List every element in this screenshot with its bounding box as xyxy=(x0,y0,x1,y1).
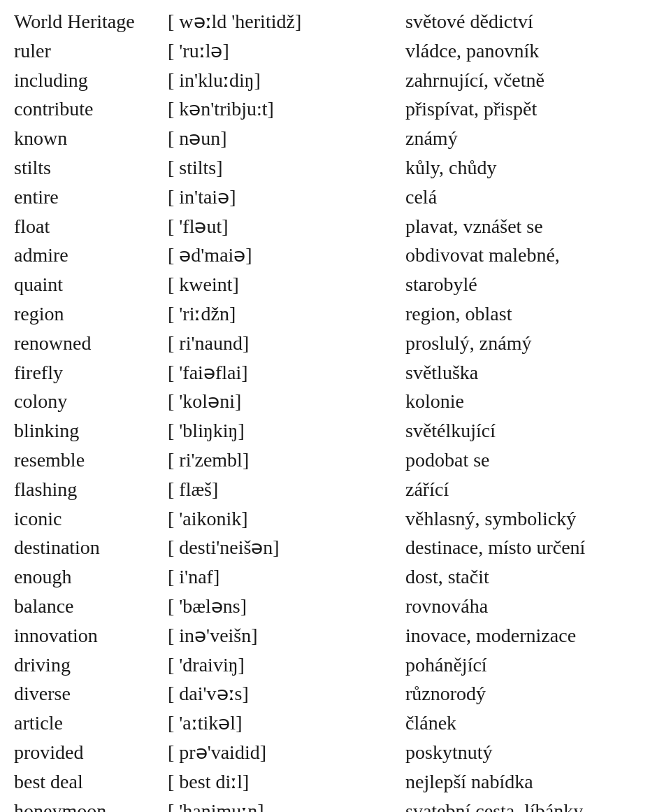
word-cell: colony xyxy=(14,387,168,416)
table-row: World Heritage[ wəːld 'heritidž]světové … xyxy=(14,7,657,36)
phonetic-cell: [ 'hanimuːn] xyxy=(168,797,405,812)
table-row: diverse[ dai'vəːs]různorodý xyxy=(14,679,657,708)
phonetic-cell: [ kweint] xyxy=(168,270,405,299)
vocabulary-table: World Heritage[ wəːld 'heritidž]světové … xyxy=(14,7,657,812)
phonetic-cell: [ inə'veišn] xyxy=(168,621,405,650)
word-cell: destination xyxy=(14,533,168,562)
phonetic-cell: [ ri'naund] xyxy=(168,329,405,358)
table-row: admire[ əd'maiə]obdivovat malebné, xyxy=(14,241,657,270)
table-row: resemble[ ri'zembl]podobat se xyxy=(14,446,657,475)
phonetic-cell: [ 'bæləns] xyxy=(168,592,405,621)
phonetic-cell: [ 'faiəflai] xyxy=(168,358,405,387)
phonetic-cell: [ əd'maiə] xyxy=(168,241,405,270)
word-cell: balance xyxy=(14,592,168,621)
phonetic-cell: [ 'aːtikəl] xyxy=(168,708,405,738)
table-row: enough[ i'naf]dost, stačit xyxy=(14,562,657,592)
table-row: blinking[ 'bliŋkiŋ]světélkující xyxy=(14,416,657,446)
table-row: provided[ prə'vaidid]poskytnutý xyxy=(14,738,657,767)
table-row: driving[ 'draiviŋ]pohánějící xyxy=(14,650,657,680)
phonetic-cell: [ nəun] xyxy=(168,124,405,153)
word-cell: including xyxy=(14,66,168,95)
phonetic-cell: [ 'bliŋkiŋ] xyxy=(168,416,405,446)
table-row: article[ 'aːtikəl]článek xyxy=(14,708,657,738)
word-cell: contribute xyxy=(14,94,168,124)
table-row: known[ nəun]známý xyxy=(14,124,657,153)
translation-cell: světélkující xyxy=(405,416,657,446)
word-cell: known xyxy=(14,124,168,153)
translation-cell: pohánějící xyxy=(405,650,657,680)
table-row: balance[ 'bæləns]rovnováha xyxy=(14,592,657,621)
table-row: ruler[ 'ruːlə]vládce, panovník xyxy=(14,36,657,66)
word-cell: entire xyxy=(14,183,168,212)
translation-cell: svatební cesta, líbánky xyxy=(405,797,657,812)
translation-cell: článek xyxy=(405,708,657,738)
word-cell: admire xyxy=(14,241,168,270)
translation-cell: celá xyxy=(405,183,657,212)
phonetic-cell: [ kən'tribju:t] xyxy=(168,94,405,124)
word-cell: stilts xyxy=(14,153,168,183)
translation-cell: kůly, chůdy xyxy=(405,153,657,183)
table-row: colony[ 'koləni]kolonie xyxy=(14,387,657,416)
translation-cell: plavat, vznášet se xyxy=(405,212,657,241)
word-cell: quaint xyxy=(14,270,168,299)
translation-cell: světluška xyxy=(405,358,657,387)
word-cell: renowned xyxy=(14,329,168,358)
table-row: honeymoon[ 'hanimuːn]svatební cesta, líb… xyxy=(14,797,657,812)
translation-cell: zářící xyxy=(405,475,657,504)
word-cell: iconic xyxy=(14,504,168,534)
word-cell: provided xyxy=(14,738,168,767)
word-cell: innovation xyxy=(14,621,168,650)
word-cell: best deal xyxy=(14,767,168,797)
phonetic-cell: [ in'kluːdiŋ] xyxy=(168,66,405,95)
table-row: firefly[ 'faiəflai]světluška xyxy=(14,358,657,387)
translation-cell: rovnováha xyxy=(405,592,657,621)
translation-cell: proslulý, známý xyxy=(405,329,657,358)
table-row: contribute[ kən'tribju:t]přispívat, přis… xyxy=(14,94,657,124)
table-row: innovation[ inə'veišn]inovace, moderniza… xyxy=(14,621,657,650)
table-row: iconic[ 'aikonik]věhlasný, symbolický xyxy=(14,504,657,534)
phonetic-cell: [ best diːl] xyxy=(168,767,405,797)
translation-cell: podobat se xyxy=(405,446,657,475)
table-row: quaint[ kweint]starobylé xyxy=(14,270,657,299)
phonetic-cell: [ 'riːdžn] xyxy=(168,299,405,329)
word-cell: resemble xyxy=(14,446,168,475)
phonetic-cell: [ prə'vaidid] xyxy=(168,738,405,767)
word-cell: region xyxy=(14,299,168,329)
table-row: renowned[ ri'naund]proslulý, známý xyxy=(14,329,657,358)
translation-cell: známý xyxy=(405,124,657,153)
translation-cell: inovace, modernizace xyxy=(405,621,657,650)
translation-cell: světové dědictví xyxy=(405,7,657,36)
word-cell: diverse xyxy=(14,679,168,708)
table-row: best deal[ best diːl]nejlepší nabídka xyxy=(14,767,657,797)
phonetic-cell: [ desti'neišən] xyxy=(168,533,405,562)
word-cell: ruler xyxy=(14,36,168,66)
phonetic-cell: [ stilts] xyxy=(168,153,405,183)
phonetic-cell: [ 'ruːlə] xyxy=(168,36,405,66)
table-row: stilts[ stilts]kůly, chůdy xyxy=(14,153,657,183)
word-cell: float xyxy=(14,212,168,241)
phonetic-cell: [ wəːld 'heritidž] xyxy=(168,7,405,36)
phonetic-cell: [ 'draiviŋ] xyxy=(168,650,405,680)
word-cell: enough xyxy=(14,562,168,592)
translation-cell: destinace, místo určení xyxy=(405,533,657,562)
table-row: flashing[ flæš]zářící xyxy=(14,475,657,504)
table-row: region[ 'riːdžn]region, oblast xyxy=(14,299,657,329)
phonetic-cell: [ 'aikonik] xyxy=(168,504,405,534)
word-cell: firefly xyxy=(14,358,168,387)
phonetic-cell: [ 'fləut] xyxy=(168,212,405,241)
table-row: including[ in'kluːdiŋ]zahrnující, včetně xyxy=(14,66,657,95)
translation-cell: zahrnující, včetně xyxy=(405,66,657,95)
phonetic-cell: [ in'taiə] xyxy=(168,183,405,212)
translation-cell: obdivovat malebné, xyxy=(405,241,657,270)
translation-cell: region, oblast xyxy=(405,299,657,329)
phonetic-cell: [ dai'vəːs] xyxy=(168,679,405,708)
word-cell: blinking xyxy=(14,416,168,446)
translation-cell: nejlepší nabídka xyxy=(405,767,657,797)
translation-cell: věhlasný, symbolický xyxy=(405,504,657,534)
phonetic-cell: [ i'naf] xyxy=(168,562,405,592)
translation-cell: starobylé xyxy=(405,270,657,299)
table-row: entire[ in'taiə]celá xyxy=(14,183,657,212)
word-cell: honeymoon xyxy=(14,797,168,812)
phonetic-cell: [ flæš] xyxy=(168,475,405,504)
translation-cell: poskytnutý xyxy=(405,738,657,767)
